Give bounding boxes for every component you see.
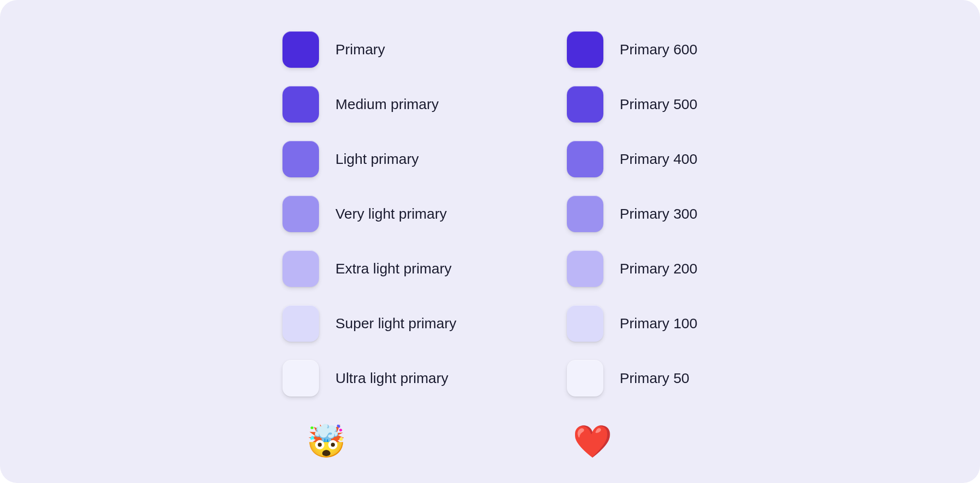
swatch-label: Primary 600 — [620, 41, 698, 58]
color-swatch — [567, 141, 603, 177]
swatch-label: Primary 50 — [620, 370, 689, 386]
swatch-row: Primary 500 — [567, 86, 698, 123]
swatch-label: Medium primary — [335, 96, 439, 112]
comparison-card: PrimaryMedium primaryLight primaryVery l… — [0, 0, 980, 483]
swatch-row: Light primary — [282, 141, 418, 177]
swatch-row: Super light primary — [282, 305, 456, 342]
swatch-row: Primary 300 — [567, 196, 698, 232]
swatch-row: Primary 50 — [567, 360, 689, 396]
swatch-label: Ultra light primary — [335, 370, 448, 386]
swatch-label: Primary 100 — [620, 315, 698, 332]
color-swatch — [282, 196, 319, 232]
bad-naming-column: PrimaryMedium primaryLight primaryVery l… — [282, 31, 456, 457]
swatch-row: Primary 100 — [567, 305, 698, 342]
color-swatch — [282, 305, 319, 342]
color-swatch — [567, 250, 603, 287]
swatch-label: Primary 400 — [620, 151, 698, 167]
swatch-label: Primary — [335, 41, 385, 58]
color-swatch — [567, 31, 603, 68]
swatch-label: Very light primary — [335, 206, 447, 222]
swatch-label: Super light primary — [335, 315, 456, 332]
swatch-row: Primary 200 — [567, 250, 698, 287]
swatch-row: Medium primary — [282, 86, 439, 123]
heart-icon: ❤️ — [527, 425, 658, 457]
swatch-row: Primary 600 — [567, 31, 698, 68]
color-swatch — [282, 360, 319, 396]
color-swatch — [282, 141, 319, 177]
swatch-row: Ultra light primary — [282, 360, 448, 396]
swatch-label: Primary 500 — [620, 96, 698, 112]
swatch-label: Primary 300 — [620, 206, 698, 222]
swatch-label: Primary 200 — [620, 260, 698, 277]
color-swatch — [567, 305, 603, 342]
color-swatch — [282, 86, 319, 123]
color-swatch — [282, 31, 319, 68]
mind-blown-icon: 🤯 — [239, 425, 413, 457]
color-swatch — [567, 86, 603, 123]
swatch-label: Extra light primary — [335, 260, 452, 277]
swatch-row: Primary — [282, 31, 385, 68]
color-swatch — [567, 360, 603, 396]
swatch-label: Light primary — [335, 151, 418, 167]
color-swatch — [567, 196, 603, 232]
good-naming-column: Primary 600Primary 500Primary 400Primary… — [567, 31, 698, 457]
swatch-row: Primary 400 — [567, 141, 698, 177]
swatch-row: Very light primary — [282, 196, 447, 232]
color-swatch — [282, 250, 319, 287]
swatch-row: Extra light primary — [282, 250, 452, 287]
